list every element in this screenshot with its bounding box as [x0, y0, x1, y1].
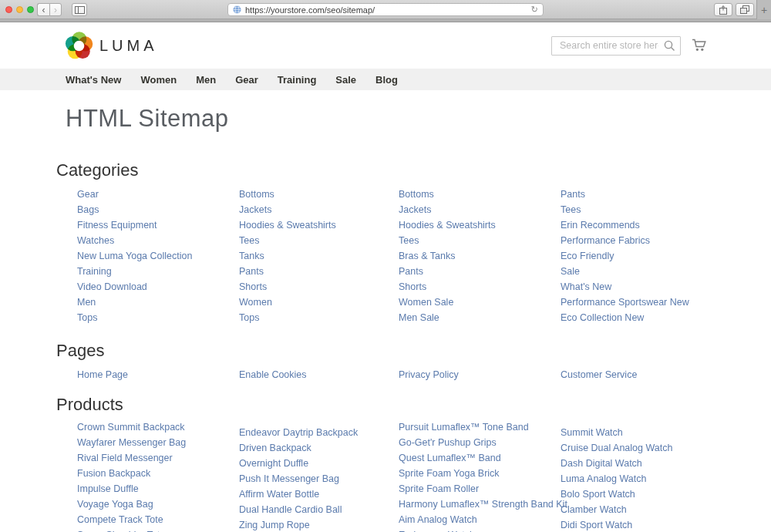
product-link[interactable]: Overnight Duffle	[218, 456, 378, 471]
luma-logo[interactable]: LUMA	[65, 32, 158, 60]
category-link[interactable]: Bags	[56, 202, 218, 217]
product-link[interactable]: Compete Track Tote	[56, 512, 218, 527]
product-link[interactable]: Impulse Duffle	[56, 481, 218, 497]
product-link[interactable]: Luma Analog Watch	[540, 471, 715, 487]
reload-button[interactable]: ↻	[531, 5, 538, 15]
new-tab-button[interactable]: +	[756, 0, 771, 19]
category-link[interactable]: New Luma Yoga Collection	[56, 248, 218, 264]
category-link[interactable]: Tees	[540, 202, 715, 217]
product-link[interactable]: Wayfarer Messenger Bag	[56, 435, 218, 450]
header-actions	[551, 36, 706, 56]
product-link[interactable]: Dash Digital Watch	[540, 456, 715, 471]
category-link[interactable]: Pants	[218, 264, 378, 279]
product-link[interactable]: Harmony Lumaflex™ Strength Band Kit	[378, 497, 540, 512]
category-link[interactable]: Shorts	[378, 279, 540, 295]
tab-overview-button[interactable]	[736, 3, 754, 16]
address-bar[interactable]: https://yourstore.com/seo/sitemap/ ↻	[227, 3, 544, 16]
share-button[interactable]	[714, 3, 732, 16]
category-link[interactable]: Erin Recommends	[540, 217, 715, 233]
category-link[interactable]: Shorts	[218, 279, 378, 295]
category-link[interactable]: Women	[218, 295, 378, 310]
category-link[interactable]: Pants	[378, 264, 540, 279]
product-link[interactable]: Driven Backpack	[218, 440, 378, 456]
share-icon	[719, 5, 727, 15]
product-link[interactable]: Clamber Watch	[540, 502, 715, 517]
category-link[interactable]: Eco Friendly	[540, 248, 715, 264]
product-link[interactable]: Bolo Sport Watch	[540, 487, 715, 502]
page-link[interactable]: Home Page	[56, 367, 218, 382]
minimize-window-button[interactable]	[16, 6, 23, 13]
category-link[interactable]: Jackets	[378, 202, 540, 217]
sidebar-toggle-button[interactable]	[72, 3, 87, 16]
category-link[interactable]: Jackets	[218, 202, 378, 217]
product-link[interactable]: Sprite Foam Yoga Brick	[378, 466, 540, 481]
category-link[interactable]: Hoodies & Sweatshirts	[218, 217, 378, 233]
pages-column-3: Privacy Policy	[378, 367, 540, 382]
category-link[interactable]: Tops	[218, 310, 378, 325]
category-link[interactable]: Bottoms	[378, 187, 540, 202]
category-link[interactable]: Bottoms	[218, 187, 378, 202]
category-link[interactable]: Men Sale	[378, 310, 540, 325]
search-input[interactable]	[551, 36, 681, 56]
nav-item[interactable]: Training	[278, 74, 317, 86]
nav-item[interactable]: Gear	[235, 74, 258, 86]
categories-column-3: BottomsJacketsHoodies & SweatshirtsTeesB…	[378, 187, 540, 325]
categories-column-2: BottomsJacketsHoodies & SweatshirtsTeesT…	[218, 187, 378, 325]
product-link[interactable]: Aim Analog Watch	[378, 512, 540, 527]
product-link[interactable]: Zing Jump Rope	[218, 517, 378, 532]
product-link[interactable]: Cruise Dual Analog Watch	[540, 440, 715, 456]
category-link[interactable]: Sale	[540, 264, 715, 279]
category-link[interactable]: Performance Sportswear New	[540, 295, 715, 310]
close-window-button[interactable]	[5, 6, 12, 13]
page-link[interactable]: Privacy Policy	[378, 367, 540, 382]
product-link[interactable]: Sprite Foam Roller	[378, 481, 540, 497]
product-link[interactable]: Didi Sport Watch	[540, 517, 715, 532]
product-link[interactable]: Quest Lumaflex™ Band	[378, 450, 540, 466]
category-link[interactable]: Pants	[540, 187, 715, 202]
category-link[interactable]: Watches	[56, 233, 218, 248]
product-link[interactable]: Crown Summit Backpack	[56, 419, 218, 435]
product-link[interactable]: Push It Messenger Bag	[218, 471, 378, 487]
nav-item[interactable]: Men	[196, 74, 216, 86]
page-link[interactable]: Enable Cookies	[218, 367, 378, 382]
back-button[interactable]: ‹	[37, 3, 49, 16]
product-link[interactable]: Endurance Watch	[378, 527, 540, 532]
product-link[interactable]: Rival Field Messenger	[56, 450, 218, 466]
category-link[interactable]: Gear	[56, 187, 218, 202]
product-link[interactable]: Fusion Backpack	[56, 466, 218, 481]
category-link[interactable]: Tees	[378, 233, 540, 248]
category-link[interactable]: Tees	[218, 233, 378, 248]
product-link[interactable]: Endeavor Daytrip Backpack	[218, 425, 378, 440]
category-link[interactable]: Tops	[56, 310, 218, 325]
product-link[interactable]: Go-Get'r Pushup Grips	[378, 435, 540, 450]
pages-grid: Home Page Enable Cookies Privacy Policy …	[56, 367, 715, 382]
nav-item[interactable]: Blog	[375, 74, 398, 86]
category-link[interactable]: Bras & Tanks	[378, 248, 540, 264]
category-link[interactable]: Hoodies & Sweatshirts	[378, 217, 540, 233]
cart-icon[interactable]	[692, 39, 706, 52]
product-link[interactable]: Pursuit Lumaflex™ Tone Band	[378, 419, 540, 435]
category-link[interactable]: Training	[56, 264, 218, 279]
product-link[interactable]: Voyage Yoga Bag	[56, 497, 218, 512]
category-link[interactable]: Video Download	[56, 279, 218, 295]
category-link[interactable]: Eco Collection New	[540, 310, 715, 325]
category-link[interactable]: Men	[56, 295, 218, 310]
search-icon[interactable]	[664, 40, 675, 52]
search-box	[551, 36, 681, 56]
category-link[interactable]: Women Sale	[378, 295, 540, 310]
product-link[interactable]: Savvy Shoulder Tote	[56, 527, 218, 532]
product-link[interactable]: Summit Watch	[540, 425, 715, 440]
page-link[interactable]: Customer Service	[540, 367, 715, 382]
nav-item[interactable]: What's New	[66, 74, 121, 86]
categories-heading: Categories	[56, 160, 715, 180]
zoom-window-button[interactable]	[27, 6, 34, 13]
nav-item[interactable]: Women	[140, 74, 177, 86]
category-link[interactable]: Performance Fabrics	[540, 233, 715, 248]
product-link[interactable]: Dual Handle Cardio Ball	[218, 502, 378, 517]
category-link[interactable]: What's New	[540, 279, 715, 295]
product-link[interactable]: Affirm Water Bottle	[218, 487, 378, 502]
category-link[interactable]: Tanks	[218, 248, 378, 264]
forward-button[interactable]: ›	[49, 3, 62, 16]
category-link[interactable]: Fitness Equipment	[56, 217, 218, 233]
nav-item[interactable]: Sale	[335, 74, 356, 86]
